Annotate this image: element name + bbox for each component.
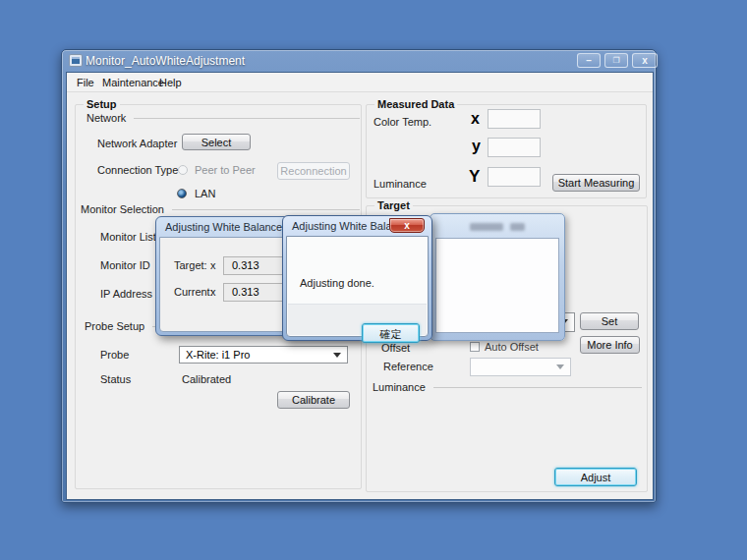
redacted-title xyxy=(470,223,503,231)
reconnection-button[interactable]: Reconnection xyxy=(277,162,350,180)
menu-bar: File Maintenance Help xyxy=(67,73,653,92)
status-label: Status xyxy=(100,373,131,385)
dialog2-content: Adjusting done. 確定 xyxy=(286,236,429,337)
target-luminance-line xyxy=(433,387,642,388)
app-icon xyxy=(69,54,83,67)
current-row-label: Current: xyxy=(174,286,213,298)
auto-offset-label: Auto Offset xyxy=(485,341,539,353)
lan-label: LAN xyxy=(195,188,215,199)
connection-type-label: Connection Type xyxy=(97,164,178,176)
target-luminance-label: Luminance xyxy=(373,381,426,393)
chevron-down-icon xyxy=(556,364,564,369)
dialog2-title: Adjusting White Bala... xyxy=(292,220,401,232)
network-section-line xyxy=(134,118,360,119)
more-info-button[interactable]: More Info xyxy=(580,336,640,354)
probe-label: Probe xyxy=(100,349,129,361)
start-measuring-button[interactable]: Start Measuring xyxy=(552,174,640,192)
minimize-icon[interactable]: – xyxy=(577,53,601,68)
network-section-header: Network xyxy=(86,112,360,124)
status-value: Calibrated xyxy=(182,373,231,385)
measured-Y-field[interactable] xyxy=(488,167,541,187)
measured-data-label: Measured Data xyxy=(374,98,457,110)
background-window-content xyxy=(435,238,559,333)
set-button[interactable]: Set xyxy=(580,312,639,330)
reference-dropdown[interactable] xyxy=(470,358,571,376)
target-x-label: x xyxy=(210,259,216,271)
close-icon[interactable]: x xyxy=(632,53,658,68)
current-x-field[interactable]: 0.313 xyxy=(223,283,284,302)
select-button[interactable]: Select xyxy=(182,134,251,150)
adjusting-done-dialog: Adjusting White Bala... x Adjusting done… xyxy=(282,215,432,341)
desktop: Monitor_AutoWhiteAdjustment – ❐ x File M… xyxy=(0,0,747,560)
peer-to-peer-label: Peer to Peer xyxy=(195,164,256,176)
network-adapter-label: Network Adapter xyxy=(97,138,177,149)
luminance-label: Luminance xyxy=(374,178,427,190)
monitor-id-label: Monitor ID xyxy=(100,259,150,271)
auto-offset-checkbox[interactable] xyxy=(470,342,480,352)
target-group-label: Target xyxy=(374,199,413,211)
probe-setup-label: Probe Setup xyxy=(85,320,144,332)
ip-address-label: IP Address xyxy=(100,288,152,300)
close-icon[interactable]: x xyxy=(389,218,425,233)
offset-label: Offset xyxy=(381,342,410,354)
peer-to-peer-radio[interactable] xyxy=(178,165,188,175)
background-window xyxy=(430,213,565,341)
monitor-selection-label: Monitor Selection xyxy=(81,203,164,215)
ok-button[interactable]: 確定 xyxy=(362,323,420,343)
current-x-label: x xyxy=(210,286,216,298)
maximize-icon[interactable]: ❐ xyxy=(604,53,628,68)
y-symbol: y xyxy=(472,138,481,155)
dialog1-title: Adjusting White Balance xyxy=(165,221,282,233)
target-luminance-header: Luminance xyxy=(373,381,642,393)
measured-x-field[interactable] xyxy=(488,109,541,129)
target-row-label: Target: xyxy=(174,259,207,271)
capital-y-symbol: Y xyxy=(469,167,480,187)
x-symbol: x xyxy=(471,110,480,128)
menu-help[interactable]: Help xyxy=(155,76,186,90)
target-x-field[interactable]: 0.313 xyxy=(223,256,284,275)
calibrate-button[interactable]: Calibrate xyxy=(277,391,350,409)
network-section-label: Network xyxy=(86,112,126,124)
measured-y-field[interactable] xyxy=(488,138,541,157)
monitor-selection-header: Monitor Selection xyxy=(81,203,360,215)
redacted-title xyxy=(510,223,525,231)
main-titlebar[interactable]: Monitor_AutoWhiteAdjustment – ❐ x xyxy=(62,50,656,72)
probe-dropdown[interactable]: X-Rite: i1 Pro xyxy=(179,346,348,364)
lan-radio[interactable] xyxy=(177,189,187,198)
reference-label: Reference xyxy=(383,361,433,372)
probe-dropdown-value: X-Rite: i1 Pro xyxy=(186,349,250,361)
color-temp-label: Color Temp. xyxy=(374,116,431,128)
background-window-titlebar[interactable] xyxy=(431,220,564,232)
menu-file[interactable]: File xyxy=(73,76,98,90)
monitor-list-label: Monitor List xyxy=(100,231,156,243)
adjust-button[interactable]: Adjust xyxy=(554,468,637,486)
setup-group-label: Setup xyxy=(84,98,120,110)
chevron-down-icon xyxy=(333,353,341,358)
monitor-selection-line xyxy=(172,209,360,210)
adjusting-done-message: Adjusting done. xyxy=(300,277,374,289)
window-title: Monitor_AutoWhiteAdjustment xyxy=(86,54,245,68)
